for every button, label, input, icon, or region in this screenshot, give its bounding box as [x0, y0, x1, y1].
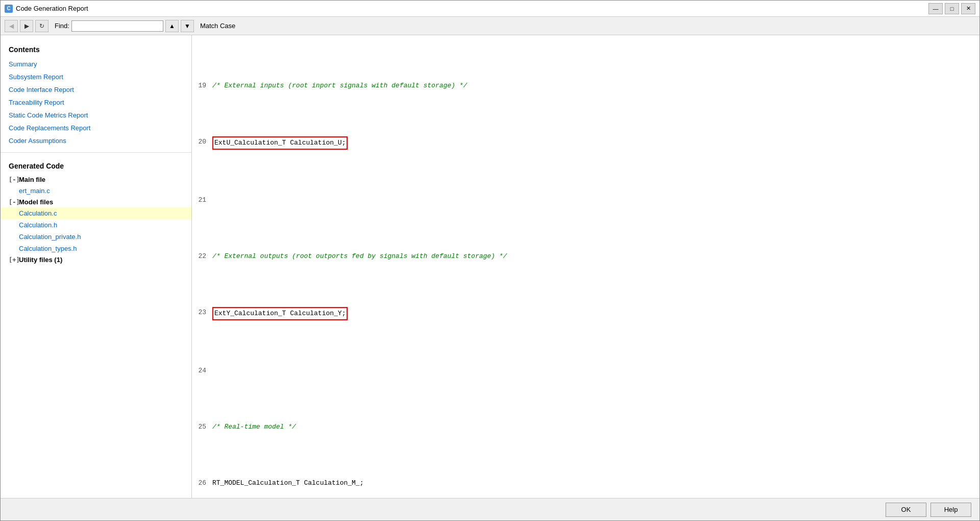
- line-num-23: 23: [192, 307, 212, 318]
- close-button[interactable]: ✕: [961, 3, 975, 14]
- file-link-calculation-h[interactable]: Calculation.h: [19, 221, 57, 229]
- find-label: Find:: [55, 22, 69, 30]
- line-code-24: [212, 365, 979, 376]
- utility-file-group: [+] Utility files (1): [1, 254, 191, 265]
- code-line-25: 25 /* Real-time model */: [192, 421, 979, 433]
- main-file-group: [-] Main file: [1, 174, 191, 185]
- code-area[interactable]: 19 /* External inputs (root inport signa…: [192, 35, 979, 498]
- line-num-25: 25: [192, 421, 212, 433]
- line-code-20: ExtU_Calculation_T Calculation_U;: [212, 136, 979, 150]
- main-area: Contents Summary Subsystem Report Code I…: [1, 35, 979, 498]
- file-link-ert-main-c[interactable]: ert_main.c: [19, 187, 50, 195]
- code-line-23: 23 ExtY_Calculation_T Calculation_Y;: [192, 307, 979, 320]
- forward-button[interactable]: ▶: [20, 20, 33, 32]
- sidebar-link-traceability-report[interactable]: Traceability Report: [1, 96, 191, 109]
- help-button[interactable]: Help: [930, 503, 971, 517]
- ok-button[interactable]: OK: [886, 503, 926, 517]
- line-num-26: 26: [192, 478, 212, 489]
- title-bar: C Code Generation Report — □ ✕: [1, 1, 979, 17]
- sidebar-link-summary[interactable]: Summary: [1, 58, 191, 70]
- window-title: Code Generation Report: [16, 5, 88, 12]
- highlight-line-20: ExtU_Calculation_T Calculation_U;: [212, 136, 348, 150]
- line-code-19: /* External inputs (root inport signals …: [212, 80, 979, 91]
- back-button[interactable]: ◀: [5, 20, 18, 32]
- minimize-button[interactable]: —: [928, 3, 943, 14]
- line-num-21: 21: [192, 195, 212, 206]
- file-link-calculation-c[interactable]: Calculation.c: [19, 209, 57, 217]
- code-line-26: 26 RT_MODEL_Calculation_T Calculation_M_…: [192, 478, 979, 489]
- maximize-button[interactable]: □: [945, 3, 959, 14]
- sidebar-link-code-interface-report[interactable]: Code Interface Report: [1, 83, 191, 96]
- title-bar-left: C Code Generation Report: [5, 5, 88, 13]
- sidebar-link-static-code-metrics-report[interactable]: Static Code Metrics Report: [1, 109, 191, 122]
- file-item-calculation-c: Calculation.c: [1, 207, 191, 219]
- code-content: 19 /* External inputs (root inport signa…: [192, 35, 979, 498]
- code-line-24: 24: [192, 365, 979, 376]
- sidebar-link-subsystem-report[interactable]: Subsystem Report: [1, 70, 191, 83]
- file-item-calculation-types-h: Calculation_types.h: [1, 243, 191, 254]
- file-item-ert-main-c: ert_main.c: [1, 185, 191, 197]
- window-controls: — □ ✕: [928, 3, 975, 14]
- sidebar-link-code-replacements-report[interactable]: Code Replacements Report: [1, 122, 191, 134]
- main-file-expand-icon[interactable]: [-]: [9, 176, 17, 183]
- line-num-24: 24: [192, 365, 212, 376]
- model-file-group: [-] Model files: [1, 197, 191, 207]
- code-line-22: 22 /* External outputs (root outports fe…: [192, 251, 979, 262]
- find-down-button[interactable]: ▼: [181, 20, 194, 32]
- app-icon: C: [5, 5, 13, 13]
- find-up-button[interactable]: ▲: [165, 20, 179, 32]
- toolbar: ◀ ▶ ↻ Find: ▲ ▼ Match Case: [1, 17, 979, 35]
- file-item-calculation-private-h: Calculation_private.h: [1, 231, 191, 243]
- line-code-25: /* Real-time model */: [212, 421, 979, 433]
- find-input[interactable]: [71, 20, 163, 32]
- footer: OK Help: [1, 498, 979, 520]
- generated-code-title: Generated Code: [1, 158, 191, 174]
- code-line-19: 19 /* External inputs (root inport signa…: [192, 80, 979, 91]
- refresh-button[interactable]: ↻: [35, 20, 48, 32]
- line-code-22: /* External outputs (root outports fed b…: [212, 251, 979, 262]
- file-item-calculation-h: Calculation.h: [1, 219, 191, 231]
- file-link-calculation-private-h[interactable]: Calculation_private.h: [19, 233, 81, 241]
- code-line-21: 21: [192, 195, 979, 206]
- sidebar-divider-1: [1, 152, 191, 153]
- line-code-23: ExtY_Calculation_T Calculation_Y;: [212, 307, 979, 320]
- line-num-20: 20: [192, 136, 212, 148]
- sidebar-link-coder-assumptions[interactable]: Coder Assumptions: [1, 134, 191, 147]
- model-file-expand-icon[interactable]: [-]: [9, 199, 17, 206]
- highlight-line-23: ExtY_Calculation_T Calculation_Y;: [212, 307, 348, 320]
- main-window: C Code Generation Report — □ ✕ ◀ ▶ ↻ Fin…: [0, 0, 980, 521]
- code-line-20: 20 ExtU_Calculation_T Calculation_U;: [192, 136, 979, 150]
- line-num-22: 22: [192, 251, 212, 262]
- line-code-26: RT_MODEL_Calculation_T Calculation_M_;: [212, 478, 979, 489]
- contents-title: Contents: [1, 41, 191, 58]
- line-code-21: [212, 195, 979, 206]
- model-file-group-label: Model files: [19, 198, 53, 206]
- utility-file-expand-icon[interactable]: [+]: [9, 256, 17, 264]
- main-file-group-label: Main file: [19, 176, 45, 183]
- utility-file-group-label: Utility files (1): [19, 256, 62, 264]
- line-num-19: 19: [192, 80, 212, 91]
- match-case-label: Match Case: [200, 22, 235, 30]
- sidebar: Contents Summary Subsystem Report Code I…: [1, 35, 192, 498]
- file-link-calculation-types-h[interactable]: Calculation_types.h: [19, 245, 77, 252]
